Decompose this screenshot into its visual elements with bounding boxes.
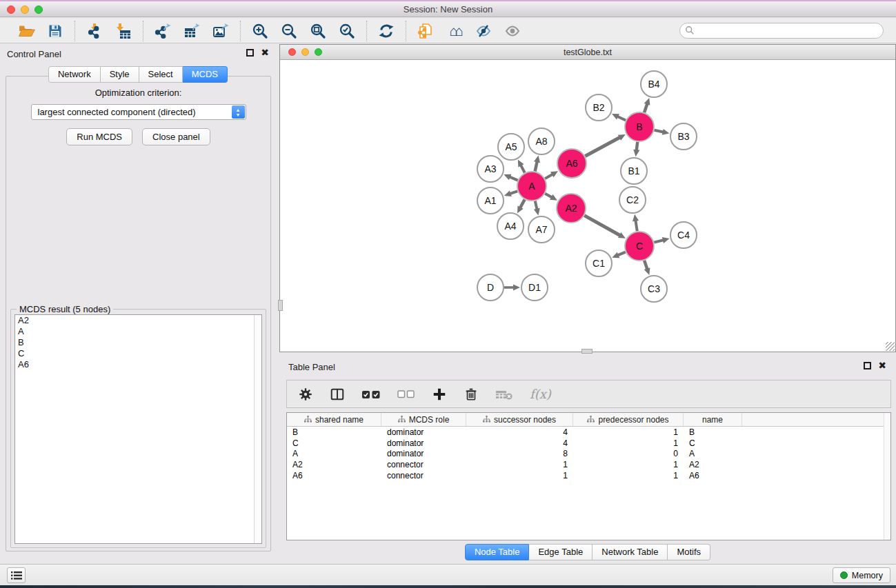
tab-network-table[interactable]: Network Table bbox=[593, 544, 668, 560]
table-cell[interactable]: C bbox=[684, 438, 742, 448]
table-row[interactable]: Bdominator41B bbox=[287, 427, 890, 438]
memory-button[interactable]: Memory bbox=[833, 567, 890, 583]
table-cell[interactable]: dominator bbox=[381, 427, 466, 437]
export-network-button[interactable] bbox=[153, 21, 172, 41]
table-cell[interactable]: C bbox=[287, 438, 381, 448]
edge-A-A3[interactable] bbox=[509, 176, 518, 180]
new-network-from-selection-button[interactable] bbox=[416, 21, 435, 41]
mcds-result-list[interactable]: A2ABCA6 bbox=[14, 314, 262, 544]
edge-B-B3[interactable] bbox=[654, 130, 664, 132]
run-mcds-button[interactable]: Run MCDS bbox=[66, 128, 132, 145]
import-table-button[interactable] bbox=[114, 21, 133, 41]
zoom-in-button[interactable] bbox=[250, 21, 270, 41]
bottom-edge-handle[interactable] bbox=[581, 349, 593, 354]
resize-grip-icon[interactable] bbox=[886, 342, 895, 351]
table-row[interactable]: Cdominator41C bbox=[287, 438, 890, 449]
edge-A2-C[interactable] bbox=[584, 216, 621, 236]
save-session-button[interactable] bbox=[46, 21, 65, 41]
result-list-scrollbar[interactable] bbox=[254, 315, 261, 543]
table-cell[interactable]: 1 bbox=[573, 460, 684, 469]
network-window-titlebar[interactable]: testGlobe.txt bbox=[280, 45, 895, 60]
mcds-result-item[interactable]: A bbox=[15, 326, 261, 337]
column-header-successor-nodes[interactable]: successor nodes bbox=[466, 413, 573, 426]
edge-C-C2[interactable] bbox=[635, 220, 637, 232]
mcds-result-item[interactable]: B bbox=[15, 337, 261, 348]
network-canvas[interactable]: AA1A2A3A4A5A6A7A8BB1B2B3B4CC1C2C3C4DD1 bbox=[280, 60, 895, 352]
table-cell[interactable]: 1 bbox=[466, 471, 573, 480]
import-network-button[interactable] bbox=[85, 21, 104, 41]
columns-icon[interactable] bbox=[330, 386, 345, 403]
table-cell[interactable]: connector bbox=[381, 460, 466, 469]
export-table-button[interactable] bbox=[182, 21, 201, 41]
edge-B-B4[interactable] bbox=[644, 103, 648, 112]
refresh-layout-button[interactable] bbox=[377, 21, 396, 41]
edge-A6-B[interactable] bbox=[585, 137, 620, 156]
table-cell[interactable]: B bbox=[287, 427, 381, 437]
close-panel-button[interactable]: Close panel bbox=[142, 128, 210, 145]
close-table-panel-icon[interactable]: ✖ bbox=[878, 362, 886, 369]
show-graphics-eye-button[interactable] bbox=[503, 21, 522, 41]
criterion-select[interactable]: largest connected component (directed) ▲… bbox=[31, 104, 246, 120]
tab-edge-table[interactable]: Edge Table bbox=[529, 544, 593, 560]
show-hide-panels-button[interactable]: ⌂⌂ bbox=[445, 21, 464, 41]
table-cell[interactable]: A6 bbox=[684, 471, 742, 480]
edge-A-A5[interactable] bbox=[521, 165, 525, 173]
deselect-all-checkboxes-icon[interactable] bbox=[397, 389, 415, 400]
float-table-panel-icon[interactable] bbox=[864, 362, 871, 369]
tab-mcds[interactable]: MCDS bbox=[183, 66, 228, 83]
edge-B-B2[interactable] bbox=[617, 116, 626, 120]
zoom-selected-button[interactable] bbox=[337, 21, 357, 41]
table-cell[interactable]: A bbox=[287, 449, 381, 458]
edge-A-A4[interactable] bbox=[520, 199, 525, 208]
hide-labels-eye-slash-button[interactable] bbox=[474, 21, 493, 41]
select-all-checkboxes-icon[interactable] bbox=[361, 388, 381, 401]
close-panel-icon[interactable]: ✖ bbox=[261, 49, 269, 57]
table-row[interactable]: Adominator80A bbox=[287, 448, 890, 459]
network-graph-svg[interactable]: AA1A2A3A4A5A6A7A8BB1B2B3B4CC1C2C3C4DD1 bbox=[280, 60, 895, 352]
delete-column-icon[interactable] bbox=[464, 386, 479, 403]
edge-A-A6[interactable] bbox=[545, 174, 553, 179]
table-cell[interactable]: A6 bbox=[287, 471, 381, 480]
edge-B-B1[interactable] bbox=[637, 142, 638, 151]
table-cell[interactable]: B bbox=[684, 427, 742, 437]
tab-network[interactable]: Network bbox=[48, 66, 101, 83]
left-edge-handle[interactable] bbox=[278, 300, 283, 311]
tab-motifs[interactable]: Motifs bbox=[668, 544, 710, 560]
export-image-button[interactable] bbox=[211, 21, 230, 41]
table-cell[interactable]: connector bbox=[381, 471, 466, 480]
table-cell[interactable]: 1 bbox=[573, 471, 684, 480]
edge-C-C4[interactable] bbox=[654, 240, 664, 243]
table-cell[interactable]: A bbox=[684, 449, 742, 458]
table-cell[interactable]: 1 bbox=[573, 438, 684, 448]
table-cell[interactable]: dominator bbox=[381, 438, 466, 448]
search-input[interactable] bbox=[679, 23, 884, 39]
edge-A-A8[interactable] bbox=[535, 161, 537, 171]
task-history-button[interactable] bbox=[7, 567, 26, 583]
tab-node-table[interactable]: Node Table bbox=[465, 544, 530, 560]
table-scrollbar[interactable] bbox=[884, 413, 890, 540]
mcds-result-item[interactable]: A6 bbox=[15, 359, 261, 370]
table-cell[interactable]: 4 bbox=[466, 427, 573, 437]
table-cell[interactable]: dominator bbox=[381, 449, 466, 458]
float-panel-icon[interactable] bbox=[246, 49, 254, 57]
table-cell[interactable]: 8 bbox=[466, 449, 573, 458]
zoom-fit-button[interactable] bbox=[308, 21, 328, 41]
mcds-result-item[interactable]: A2 bbox=[15, 315, 261, 326]
column-header-predecessor-nodes[interactable]: predecessor nodes bbox=[573, 413, 684, 426]
table-cell[interactable]: A2 bbox=[684, 460, 742, 469]
open-session-button[interactable] bbox=[17, 21, 36, 41]
column-header-shared-name[interactable]: shared name bbox=[287, 413, 381, 426]
zoom-out-button[interactable] bbox=[279, 21, 299, 41]
table-cell[interactable]: 0 bbox=[573, 449, 684, 458]
edge-C-C3[interactable] bbox=[644, 261, 648, 270]
table-cell[interactable]: 1 bbox=[573, 427, 684, 437]
column-header-name[interactable]: name bbox=[684, 413, 742, 426]
mcds-result-item[interactable]: C bbox=[15, 348, 261, 359]
tab-style[interactable]: Style bbox=[101, 66, 139, 83]
table-cell[interactable]: 1 bbox=[466, 460, 573, 469]
table-cell[interactable]: A2 bbox=[287, 460, 381, 469]
column-header-MCDS-role[interactable]: MCDS role bbox=[381, 413, 466, 426]
gear-icon[interactable] bbox=[298, 386, 313, 403]
table-row[interactable]: A2connector11A2 bbox=[287, 459, 890, 470]
edge-A-A7[interactable] bbox=[535, 201, 537, 210]
